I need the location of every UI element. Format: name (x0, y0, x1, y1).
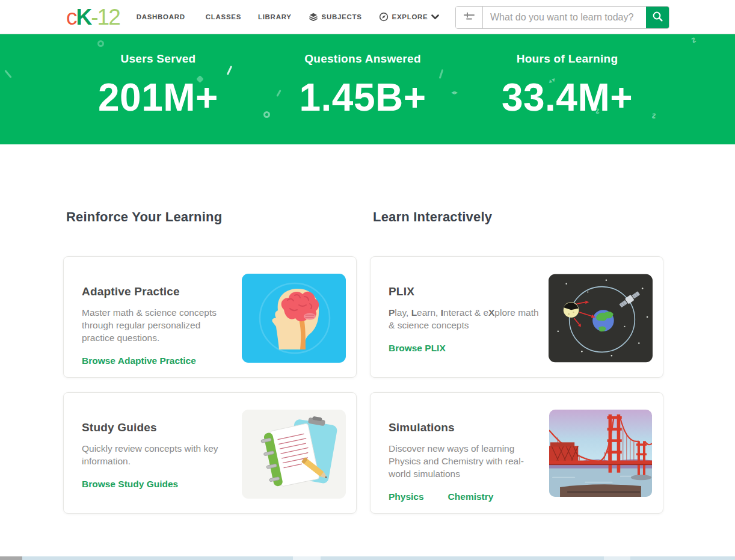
stat-label: Hours of Learning (465, 52, 669, 66)
stat-value: 33.4M+ (465, 75, 669, 120)
ck12-logo[interactable]: c K -12 (66, 6, 120, 28)
logo-letter-c: c (66, 6, 76, 28)
browse-adaptive-practice-link[interactable]: Browse Adaptive Practice (82, 355, 196, 366)
chevron-down-icon (431, 14, 439, 20)
head-with-brain-illustration (242, 274, 346, 363)
notepad-clipboard-illustration (242, 410, 346, 499)
top-navbar: c K -12 DASHBOARD CLASSES LIBRARY SUBJEC… (0, 0, 735, 34)
stats-row: Users Served 201M+ Questions Answered 1.… (0, 34, 735, 120)
footer-strip-segment (0, 556, 22, 560)
stat-questions-answered: Questions Answered 1.45B+ (260, 52, 465, 120)
stat-label: Users Served (56, 52, 260, 66)
stat-value: 1.45B+ (260, 75, 465, 120)
chemistry-link[interactable]: Chemistry (448, 491, 494, 502)
layers-icon (309, 12, 318, 22)
browse-study-guides-link[interactable]: Browse Study Guides (82, 479, 178, 490)
section-heading-interactive: Learn Interactively (370, 209, 663, 225)
stat-hours-of-learning: Hours of Learning 33.4M+ (465, 52, 669, 120)
card-description: Master math & science concepts through r… (82, 306, 233, 344)
main-content: Reinforce Your Learning Learn Interactiv… (63, 209, 665, 514)
nav-label: LIBRARY (258, 13, 292, 20)
nav-item-dashboard[interactable]: DASHBOARD (128, 7, 197, 26)
stat-value: 201M+ (56, 75, 260, 120)
footer-strip-segment (604, 556, 630, 560)
physics-link[interactable]: Physics (389, 491, 424, 502)
golden-gate-bridge-illustration (549, 410, 653, 499)
nav-label: SUBJECTS (322, 13, 362, 20)
search-filter-button[interactable] (456, 7, 483, 28)
logo-suffix: -12 (91, 6, 119, 28)
search-button[interactable] (646, 7, 669, 28)
nav-label: EXPLORE (392, 13, 428, 20)
card-adaptive-practice: Adaptive Practice Master math & science … (63, 256, 357, 378)
footer-strip (0, 556, 735, 560)
nav-label: CLASSES (206, 13, 241, 20)
logo-letter-k: K (76, 6, 91, 28)
filter-sliders-icon (462, 10, 476, 25)
search-input[interactable] (483, 7, 646, 28)
card-plix: PLIX Play, Learn, Interact & eXplore mat… (370, 256, 663, 378)
card-simulations: Simulations Discover new ways of learnin… (370, 392, 663, 514)
compass-icon (379, 12, 389, 22)
card-description: Discover new ways of learning Physics an… (389, 442, 540, 480)
nav-item-classes[interactable]: CLASSES (197, 7, 250, 26)
stat-label: Questions Answered (260, 52, 465, 66)
nav-item-explore[interactable]: EXPLORE (371, 6, 448, 28)
footer-strip-segment (293, 556, 321, 560)
main-nav: DASHBOARD CLASSES LIBRARY SUBJECTS (128, 6, 448, 28)
browse-plix-link[interactable]: Browse PLIX (389, 343, 446, 354)
card-description: Play, Learn, Interact & eXplore math & s… (389, 306, 540, 331)
section-heading-reinforce: Reinforce Your Learning (63, 209, 357, 225)
moon-earth-satellite-illustration (549, 274, 653, 363)
nav-item-library[interactable]: LIBRARY (250, 7, 300, 26)
stat-users-served: Users Served 201M+ (56, 52, 260, 120)
card-description: Quickly review concepts with key informa… (82, 442, 233, 467)
card-study-guides: Study Guides Quickly review concepts wit… (63, 392, 357, 514)
nav-label: DASHBOARD (137, 13, 185, 20)
search-bar (455, 6, 669, 29)
magnifier-icon (652, 11, 663, 24)
stats-banner: ◂▸ ▴▾ ∿ ∿ ∿ Users Served 201M+ Questions… (0, 34, 735, 144)
nav-item-subjects[interactable]: SUBJECTS (300, 6, 371, 28)
